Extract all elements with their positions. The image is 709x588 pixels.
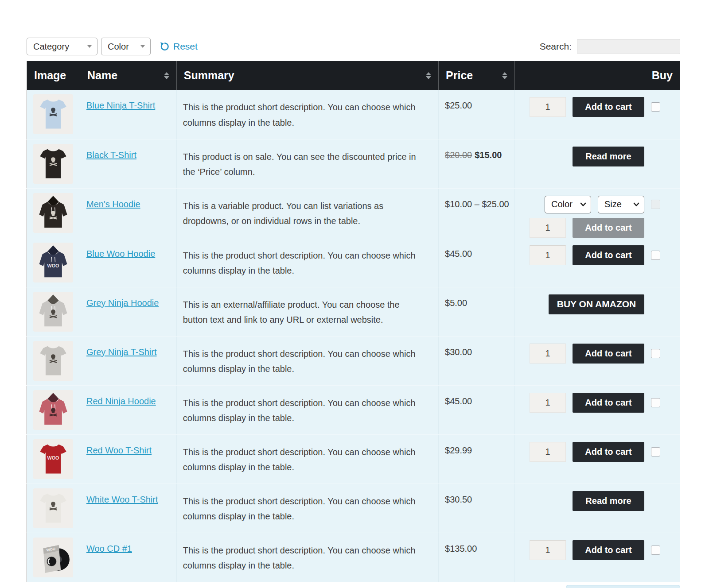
product-price: $25.00 <box>445 101 472 110</box>
product-name-link[interactable]: Grey Ninja T-Shirt <box>86 347 157 357</box>
price-cell: $30.50 <box>439 484 515 533</box>
pagination-fragment[interactable] <box>566 585 680 588</box>
product-name-link[interactable]: Blue Woo Hoodie <box>86 249 155 259</box>
select-product-checkbox[interactable] <box>651 200 660 209</box>
select-product-checkbox[interactable] <box>651 349 660 358</box>
product-image: WOO <box>33 538 73 577</box>
product-image-graphic: WOO <box>33 538 73 577</box>
price-cell: $20.00$15.00 <box>439 139 515 188</box>
select-product-checkbox[interactable] <box>651 251 660 260</box>
table-row: White Woo T-ShirtThis is the product sho… <box>27 484 680 533</box>
buy-cell: BUY ON AMAZON <box>515 287 680 336</box>
quantity-input[interactable] <box>530 540 566 560</box>
category-filter-dropdown[interactable]: Category <box>27 38 97 55</box>
color-filter-dropdown[interactable]: Color <box>101 38 151 55</box>
sort-arrows-icon[interactable] <box>426 72 431 79</box>
quantity-input[interactable] <box>530 344 566 364</box>
search-area: Search: <box>540 39 680 54</box>
sort-arrows-icon[interactable] <box>502 72 507 79</box>
product-image-graphic: WOO <box>33 439 73 479</box>
regular-price: $20.00 <box>445 150 472 160</box>
caret-down-icon <box>87 45 92 48</box>
sale-price: $15.00 <box>475 150 502 160</box>
price-cell: $29.99 <box>439 434 515 484</box>
buy-cell: Read more <box>515 139 680 188</box>
category-filter-label: Category <box>33 42 69 52</box>
select-product-checkbox[interactable] <box>651 102 660 112</box>
product-summary: This is the product short description. Y… <box>183 100 423 130</box>
summary-cell: This is the product short description. Y… <box>176 90 438 139</box>
product-image: WOO <box>33 439 73 479</box>
product-name-link[interactable]: Blue Ninja T-Shirt <box>86 101 155 110</box>
name-cell: Blue Woo Hoodie <box>80 238 176 287</box>
add-to-cart-button[interactable]: Add to cart <box>573 245 644 265</box>
column-label: Name <box>87 69 117 82</box>
buy-controls: Add to cart <box>519 245 660 265</box>
image-cell <box>27 90 80 139</box>
column-header-price[interactable]: Price <box>439 61 515 90</box>
select-product-checkbox[interactable] <box>651 398 660 407</box>
price-cell: $10.00 – $25.00 <box>439 188 515 238</box>
svg-text:WOO: WOO <box>47 455 59 460</box>
search-input[interactable] <box>577 39 680 54</box>
quantity-input[interactable] <box>530 245 566 265</box>
product-image: WOO <box>33 243 73 282</box>
column-header-image: Image <box>27 61 80 90</box>
name-cell: Black T-Shirt <box>80 139 176 188</box>
caret-down-icon <box>140 45 145 48</box>
buy-controls: BUY ON AMAZON <box>519 294 660 314</box>
product-image <box>33 390 73 430</box>
add-to-cart-button[interactable]: Add to cart <box>573 97 644 117</box>
add-to-cart-button[interactable]: Add to cart <box>573 540 644 560</box>
column-header-summary[interactable]: Summary <box>176 61 438 90</box>
product-summary: This is the product short description. Y… <box>183 346 423 377</box>
quantity-input[interactable] <box>530 97 566 117</box>
buy-cell: Add to cart <box>515 533 680 582</box>
buy-controls: Add to cart <box>519 97 660 117</box>
price-cell: $135.00 <box>439 533 515 582</box>
size-variation-select[interactable]: Size <box>598 196 644 213</box>
search-label: Search: <box>540 41 572 52</box>
product-image-graphic: WOO <box>33 243 73 282</box>
external-buy-button[interactable]: BUY ON AMAZON <box>549 294 644 314</box>
column-label: Price <box>446 69 473 82</box>
quantity-input[interactable] <box>530 442 566 462</box>
read-more-button[interactable]: Read more <box>573 147 644 166</box>
add-to-cart-button[interactable]: Add to cart <box>573 393 644 413</box>
buy-cell: Add to cart <box>515 90 680 139</box>
product-summary: This is the product short description. Y… <box>183 395 423 426</box>
image-cell <box>27 287 80 336</box>
select-product-checkbox[interactable] <box>651 447 660 456</box>
color-variation-select[interactable]: Color <box>545 196 591 213</box>
name-cell: Grey Ninja Hoodie <box>80 287 176 336</box>
quantity-input[interactable] <box>530 218 566 238</box>
toolbar: Category Color Reset Search: <box>27 38 680 55</box>
product-name-link[interactable]: Black T-Shirt <box>86 150 136 160</box>
product-name-link[interactable]: Red Ninja Hoodie <box>86 396 156 406</box>
add-to-cart-button-disabled[interactable]: Add to cart <box>573 218 644 238</box>
column-label: Summary <box>184 69 234 82</box>
product-name-link[interactable]: White Woo T-Shirt <box>86 495 158 504</box>
product-name-link[interactable]: Men's Hoodie <box>86 199 140 209</box>
buy-controls: Read more <box>519 147 660 166</box>
read-more-button[interactable]: Read more <box>573 491 644 511</box>
image-cell <box>27 336 80 385</box>
product-summary: This is an external/affiliate product. Y… <box>183 297 423 328</box>
name-cell: White Woo T-Shirt <box>80 484 176 533</box>
quantity-input[interactable] <box>530 393 566 413</box>
column-header-name[interactable]: Name <box>80 61 176 90</box>
product-price: $29.99 <box>445 445 472 455</box>
product-name-link[interactable]: Woo CD #1 <box>86 544 132 553</box>
buy-cell: Add to cart <box>515 336 680 385</box>
name-cell: Men's Hoodie <box>80 188 176 238</box>
add-to-cart-button[interactable]: Add to cart <box>573 344 644 364</box>
reset-filters-link[interactable]: Reset <box>160 41 198 52</box>
product-name-link[interactable]: Grey Ninja Hoodie <box>86 298 159 308</box>
product-name-link[interactable]: Red Woo T-Shirt <box>86 445 152 455</box>
add-to-cart-button[interactable]: Add to cart <box>573 442 644 462</box>
summary-cell: This is an external/affiliate product. Y… <box>176 287 438 336</box>
price-cell: $45.00 <box>439 238 515 287</box>
sort-arrows-icon[interactable] <box>164 72 169 79</box>
select-product-checkbox[interactable] <box>651 545 660 555</box>
product-price: $10.00 – $25.00 <box>445 199 509 209</box>
